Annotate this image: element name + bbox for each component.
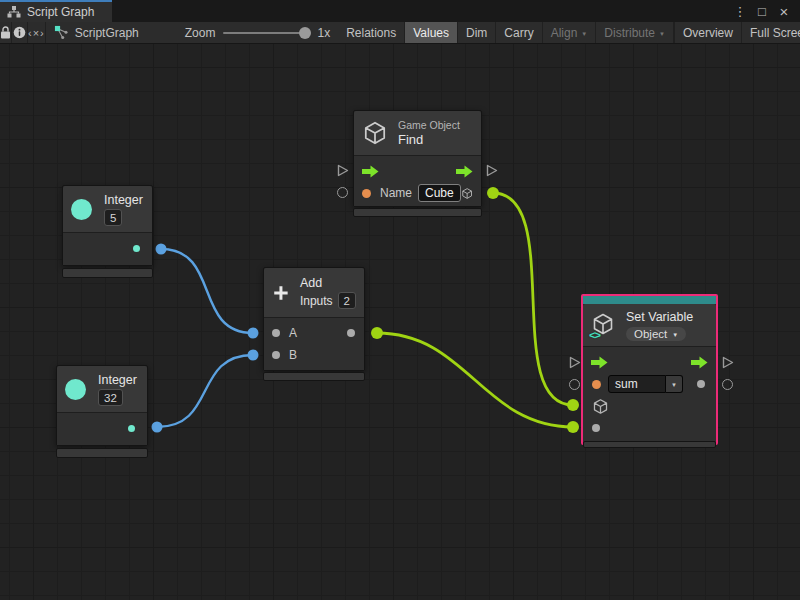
node-footer xyxy=(62,268,153,278)
node-title: Integer xyxy=(104,193,143,207)
wire-endpoint[interactable] xyxy=(152,422,163,433)
variable-name-dropdown[interactable]: sum ▼ xyxy=(608,375,683,393)
node-footer xyxy=(56,448,148,458)
code-view-button[interactable]: ‹×› xyxy=(28,22,46,43)
name-label: Name xyxy=(380,186,412,200)
graph-breadcrumb[interactable]: ScriptGraph xyxy=(46,22,149,43)
relations-button[interactable]: Relations xyxy=(338,22,405,43)
wire-find-to-setvariable-object[interactable] xyxy=(493,193,573,405)
node-footer xyxy=(353,208,482,217)
node-set-variable[interactable]: <> Set Variable Object ▼ xyxy=(583,296,716,443)
game-object-cube-icon xyxy=(362,120,388,146)
info-button[interactable] xyxy=(12,22,28,43)
wire-endpoint[interactable] xyxy=(248,350,259,361)
distribute-button[interactable]: Distribute ▼ xyxy=(596,22,674,43)
wire-endpoint[interactable] xyxy=(567,421,579,433)
wire-endpoint[interactable] xyxy=(248,328,259,339)
input-port-a[interactable] xyxy=(272,329,280,337)
setvariable-flow-input-port[interactable] xyxy=(569,356,581,369)
window-menu-icon[interactable]: ⋮ xyxy=(732,4,748,19)
integer-type-icon xyxy=(71,199,92,220)
code-icon: ‹×› xyxy=(28,27,45,39)
find-flow-output-port[interactable] xyxy=(486,164,498,177)
plus-icon xyxy=(272,281,290,305)
maximize-icon[interactable]: □ xyxy=(754,4,770,19)
set-variable-icon: <> xyxy=(591,312,617,338)
integer32-header[interactable]: Integer 32 xyxy=(57,366,147,413)
add-header[interactable]: Add Inputs 2 xyxy=(264,268,364,318)
carry-button[interactable]: Carry xyxy=(496,22,542,43)
node-gameobject-find[interactable]: Game Object Find Name Cube xyxy=(353,110,482,207)
find-flow-input-port[interactable] xyxy=(337,164,349,177)
full-screen-button[interactable]: Full Screen xyxy=(742,22,800,43)
zoom-slider[interactable] xyxy=(223,32,309,34)
integer-value-field[interactable]: 32 xyxy=(98,389,123,406)
flow-input-arrow-icon[interactable] xyxy=(362,165,379,178)
flow-input-arrow-icon[interactable] xyxy=(591,356,608,369)
port-row-b: B xyxy=(264,344,364,366)
wire-integer32-to-add-b[interactable] xyxy=(157,355,253,427)
close-icon[interactable]: × xyxy=(776,3,792,20)
input-port-b[interactable] xyxy=(272,351,280,359)
name-input-port[interactable] xyxy=(362,189,371,198)
wire-endpoint[interactable] xyxy=(156,244,167,255)
add-output-port[interactable] xyxy=(347,329,355,337)
flow-output-arrow-icon[interactable] xyxy=(456,165,473,178)
node-footer xyxy=(583,441,716,448)
node-integer-5[interactable]: Integer 5 xyxy=(62,185,153,266)
integer-output-port[interactable] xyxy=(128,425,135,432)
gameobject-input-port-icon[interactable] xyxy=(592,398,609,415)
node-footer xyxy=(263,372,365,381)
chevron-down-icon: ▼ xyxy=(659,31,665,37)
values-button[interactable]: Values xyxy=(405,22,458,43)
wire-endpoint[interactable] xyxy=(567,399,579,411)
integer5-header[interactable]: Integer 5 xyxy=(63,186,152,233)
inputs-count-field[interactable]: 2 xyxy=(338,292,356,309)
wire-endpoint[interactable] xyxy=(371,327,383,339)
setvariable-output-external-port[interactable] xyxy=(722,379,733,390)
integer-value-field[interactable]: 5 xyxy=(104,209,122,226)
align-button[interactable]: Align ▼ xyxy=(543,22,597,43)
zoom-slider-handle[interactable] xyxy=(299,27,311,39)
node-title: Add xyxy=(300,276,356,290)
wire-integer5-to-add-a[interactable] xyxy=(161,249,253,333)
node-add[interactable]: Add Inputs 2 A B xyxy=(263,267,365,371)
setvariable-name-external-port[interactable] xyxy=(569,379,580,390)
setvariable-header[interactable]: <> Set Variable Object ▼ xyxy=(583,304,716,347)
tab-title: Script Graph xyxy=(27,5,94,19)
flow-output-arrow-icon[interactable] xyxy=(691,356,708,369)
inputs-label: Inputs xyxy=(300,294,333,308)
integer-output-port[interactable] xyxy=(133,245,140,252)
add-body: A B xyxy=(264,318,364,370)
find-name-external-port[interactable] xyxy=(337,187,348,198)
tab-script-graph[interactable]: Script Graph xyxy=(0,0,112,22)
node-integer-32[interactable]: Integer 32 xyxy=(56,365,148,446)
dim-button[interactable]: Dim xyxy=(458,22,496,43)
full-screen-label: Full Screen xyxy=(750,26,800,40)
gameobject-output-port-icon[interactable] xyxy=(461,185,473,202)
graph-canvas[interactable]: Integer 5 Integer 32 xyxy=(0,44,800,600)
value-input-port[interactable] xyxy=(592,424,600,432)
port-a-label: A xyxy=(289,326,297,340)
setvariable-flow-output-port[interactable] xyxy=(722,356,734,369)
variable-name-port[interactable] xyxy=(592,380,601,389)
graph-toolbar: ‹×› ScriptGraph Zoom 1x Relations Values xyxy=(0,22,800,44)
variable-output-port[interactable] xyxy=(697,380,705,388)
find-header[interactable]: Game Object Find xyxy=(354,111,481,156)
zoom-value: 1x xyxy=(317,26,330,40)
integer5-body xyxy=(63,233,152,265)
script-graph-icon xyxy=(54,25,69,40)
zoom-label: Zoom xyxy=(185,26,216,40)
chevron-down-icon: ▼ xyxy=(671,382,677,388)
variable-name-value[interactable]: sum xyxy=(608,375,666,393)
graph-hierarchy-icon xyxy=(7,6,21,18)
lock-button[interactable] xyxy=(0,22,12,43)
name-value-field[interactable]: Cube xyxy=(418,184,461,202)
variable-scope-dropdown[interactable]: Object ▼ xyxy=(626,327,686,341)
overview-label: Overview xyxy=(683,26,733,40)
overview-button[interactable]: Overview xyxy=(675,22,742,43)
dropdown-caret-button[interactable]: ▼ xyxy=(666,375,683,393)
wire-endpoint[interactable] xyxy=(487,187,499,199)
code-angle-icon: <> xyxy=(589,329,600,341)
graph-name: ScriptGraph xyxy=(75,26,139,40)
